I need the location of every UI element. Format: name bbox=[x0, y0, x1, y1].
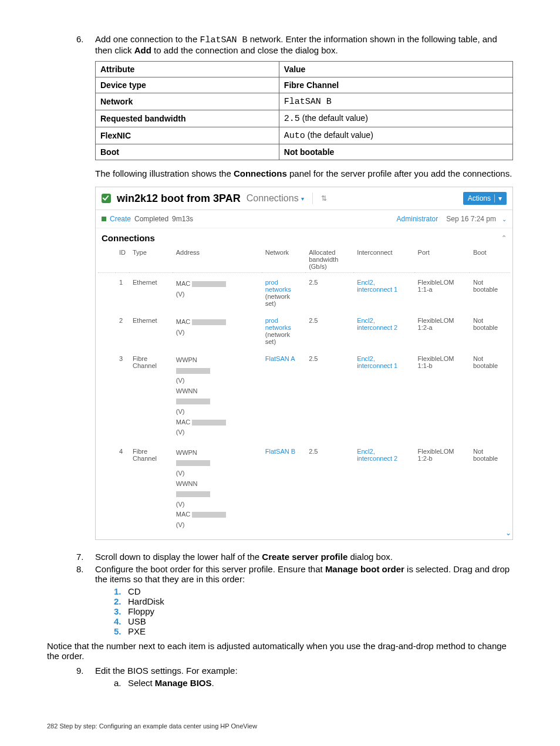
connections-panel-screenshot: win2k12 boot from 3PAR Connections ▾ ⇅ A… bbox=[95, 187, 513, 540]
user-link[interactable]: Administrator bbox=[397, 215, 438, 223]
status-ok-icon bbox=[102, 194, 111, 203]
chevron-down-icon: ▾ bbox=[498, 194, 502, 202]
scroll-down-icon[interactable]: ⌄ bbox=[505, 529, 511, 537]
step-7: 7. Scroll down to display the lower half… bbox=[76, 552, 513, 562]
col-value: Value bbox=[279, 62, 512, 77]
step-number: 6. bbox=[76, 34, 95, 55]
chevron-down-icon: ▾ bbox=[301, 195, 304, 202]
step-9: 9. Edit the BIOS settings. For example: bbox=[76, 666, 513, 676]
actions-button[interactable]: Actions ▾ bbox=[463, 192, 507, 205]
step-8: 8. Configure the boot order for this ser… bbox=[76, 564, 513, 584]
step-6: 6. Add one connection to the FlatSAN B n… bbox=[76, 34, 513, 55]
attribute-table: Attribute Value Device typeFibre Channel… bbox=[95, 61, 513, 160]
profile-title: win2k12 boot from 3PAR bbox=[117, 193, 241, 205]
view-icon[interactable]: ⇅ bbox=[321, 194, 326, 202]
table-row: 4 Fibre Channel WWPN(V) WWNN(V) MAC (V) … bbox=[98, 441, 510, 534]
activity-status-row: Create Completed 9m13s Administrator Sep… bbox=[96, 210, 512, 228]
col-attribute: Attribute bbox=[96, 62, 279, 77]
status-square-icon bbox=[102, 217, 106, 221]
create-link[interactable]: Create bbox=[110, 215, 131, 223]
step-9a: a. Select Manage BIOS. bbox=[114, 678, 513, 688]
illustration-caption: The following illustration shows the Con… bbox=[95, 168, 513, 178]
collapse-icon[interactable]: ⌃ bbox=[501, 234, 507, 242]
panel-header: win2k12 boot from 3PAR Connections ▾ ⇅ A… bbox=[96, 187, 512, 210]
section-dropdown[interactable]: Connections ▾ bbox=[247, 193, 304, 204]
connections-table: ID Type Address Network Allocated bandwi… bbox=[98, 247, 510, 535]
boot-order-list: 1.CD 2.HardDisk 3.Floppy 4.USB 5.PXE bbox=[114, 586, 513, 636]
table-row: 2 Ethernet MAC (V) prod networks(network… bbox=[98, 311, 510, 349]
connections-heading: Connections ⌃ bbox=[96, 228, 512, 247]
chevron-down-icon[interactable]: ⌄ bbox=[502, 216, 507, 222]
flatsan-b-code: FlatSAN B bbox=[200, 35, 247, 45]
table-row: 3 Fibre Channel WWPN(V) WWNN(V) MAC (V) … bbox=[98, 349, 510, 442]
attribute-table-wrap: Attribute Value Device typeFibre Channel… bbox=[95, 61, 513, 540]
step-body: Add one connection to the FlatSAN B netw… bbox=[95, 34, 513, 55]
table-row: 1 Ethernet MAC (V) prod networks(network… bbox=[98, 273, 510, 311]
step-8-note: Notice that the number next to each item… bbox=[47, 641, 513, 661]
page-footer: 282 Step by step: Configuring an example… bbox=[47, 723, 257, 730]
